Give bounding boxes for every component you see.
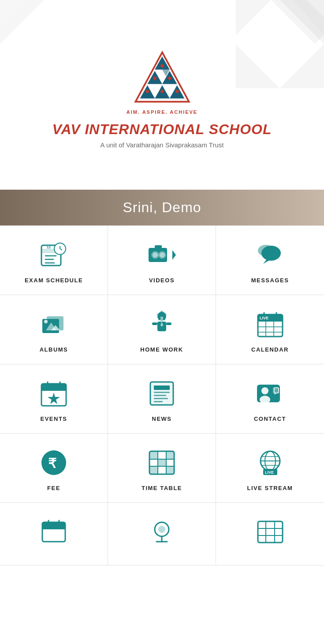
contact-icon (254, 378, 286, 409)
svg-point-15 (168, 76, 171, 79)
menu-item-15[interactable] (216, 503, 324, 565)
menu-item-homework[interactable]: HOME WORK (108, 295, 216, 364)
svg-point-33 (160, 252, 165, 258)
svg-point-43 (44, 320, 48, 323)
menu-item-calendar[interactable]: LIVE CALENDAR (216, 295, 324, 364)
svg-rect-91 (167, 467, 174, 474)
svg-marker-48 (156, 311, 167, 315)
misc1-icon (38, 516, 70, 548)
school-name: VAV INTERNATIONAL SCHOOL (52, 121, 272, 138)
homework-icon (146, 308, 178, 340)
svg-point-76 (261, 387, 268, 394)
svg-rect-89 (167, 452, 174, 459)
svg-rect-50 (160, 317, 163, 320)
fee-icon: ₹ (38, 447, 70, 479)
svg-marker-35 (172, 250, 176, 260)
menu-item-news[interactable]: NEWS (108, 364, 216, 434)
svg-marker-37 (263, 259, 271, 264)
news-label: NEWS (152, 416, 172, 422)
svg-rect-73 (154, 398, 168, 399)
header: AIM. ASPIRE. ACHIEVE VAV INTERNATIONAL S… (0, 0, 324, 190)
svg-rect-108 (258, 521, 283, 543)
videos-icon (146, 239, 178, 271)
menu-item-13[interactable] (0, 503, 108, 565)
svg-rect-72 (154, 395, 166, 396)
albums-label: ALBUMS (40, 346, 68, 353)
menu-item-contact[interactable]: CONTACT (216, 364, 324, 434)
menu-item-14[interactable] (108, 503, 216, 565)
messages-label: MESSAGES (251, 277, 289, 284)
svg-rect-74 (154, 401, 163, 402)
calendar-label: CALENDAR (251, 346, 289, 353)
user-name: Srini, Demo (9, 199, 315, 216)
svg-text:₹: ₹ (48, 456, 57, 471)
svg-rect-47 (166, 322, 171, 325)
svg-text:LIVE: LIVE (260, 316, 268, 320)
timetable-label: TIME TABLE (142, 485, 182, 491)
logo-container: AIM. ASPIRE. ACHIEVE (127, 50, 197, 115)
menu-item-fee[interactable]: ₹ FEE (0, 434, 108, 503)
exam-schedule-icon: 12 (38, 239, 70, 271)
aim-text: AIM. ASPIRE. ACHIEVE (127, 109, 197, 115)
videos-label: VIDEOS (149, 277, 175, 284)
svg-rect-64 (41, 387, 66, 391)
fee-label: FEE (47, 485, 60, 491)
livestream-label: LIVE STREAM (247, 485, 293, 491)
misc2-icon (146, 516, 178, 548)
school-logo (131, 50, 193, 112)
livestream-icon: LIVE (254, 447, 286, 479)
menu-item-messages[interactable]: MESSAGES (216, 226, 324, 295)
events-icon (38, 378, 70, 409)
svg-rect-70 (154, 386, 170, 390)
svg-point-77 (260, 396, 270, 404)
svg-point-18 (175, 90, 178, 93)
svg-rect-46 (152, 322, 157, 325)
exam-schedule-label: EXAM SCHEDULE (25, 277, 83, 284)
menu-grid: 12 EXAM SCHEDULE VIDEOS MESSAGE (0, 225, 324, 565)
calendar-icon: LIVE (254, 308, 286, 340)
svg-point-17 (160, 90, 164, 93)
menu-item-timetable[interactable]: TIME TABLE (108, 434, 216, 503)
svg-text:LIVE: LIVE (265, 470, 274, 475)
svg-rect-101 (42, 526, 65, 529)
messages-icon (254, 239, 286, 271)
svg-point-38 (258, 245, 274, 256)
svg-point-16 (145, 90, 149, 93)
homework-label: HOME WORK (140, 346, 183, 353)
events-label: EVENTS (40, 416, 67, 422)
contact-label: CONTACT (254, 416, 286, 422)
svg-rect-34 (155, 245, 162, 249)
svg-point-13 (160, 64, 164, 67)
misc3-icon (254, 516, 286, 548)
svg-rect-88 (158, 460, 166, 466)
svg-marker-67 (48, 393, 60, 404)
menu-item-albums[interactable]: ALBUMS (0, 295, 108, 364)
deco-top-left (0, 0, 79, 79)
menu-item-events[interactable]: EVENTS (0, 364, 108, 434)
svg-rect-87 (150, 452, 157, 459)
svg-point-14 (153, 76, 156, 79)
svg-point-31 (153, 252, 158, 258)
menu-item-exam-schedule[interactable]: 12 EXAM SCHEDULE (0, 226, 108, 295)
user-banner: Srini, Demo (0, 190, 324, 225)
deco-top-right (227, 0, 324, 97)
menu-item-videos[interactable]: VIDEOS (108, 226, 216, 295)
timetable-icon (146, 447, 178, 479)
menu-item-livestream[interactable]: LIVE LIVE STREAM (216, 434, 324, 503)
news-icon (146, 378, 178, 409)
svg-rect-71 (154, 392, 170, 393)
albums-icon (38, 308, 70, 340)
svg-rect-90 (150, 467, 157, 474)
svg-point-105 (158, 526, 165, 533)
svg-text:12: 12 (47, 245, 51, 249)
school-tagline: A unit of Varatharajan Sivaprakasam Trus… (101, 141, 224, 149)
